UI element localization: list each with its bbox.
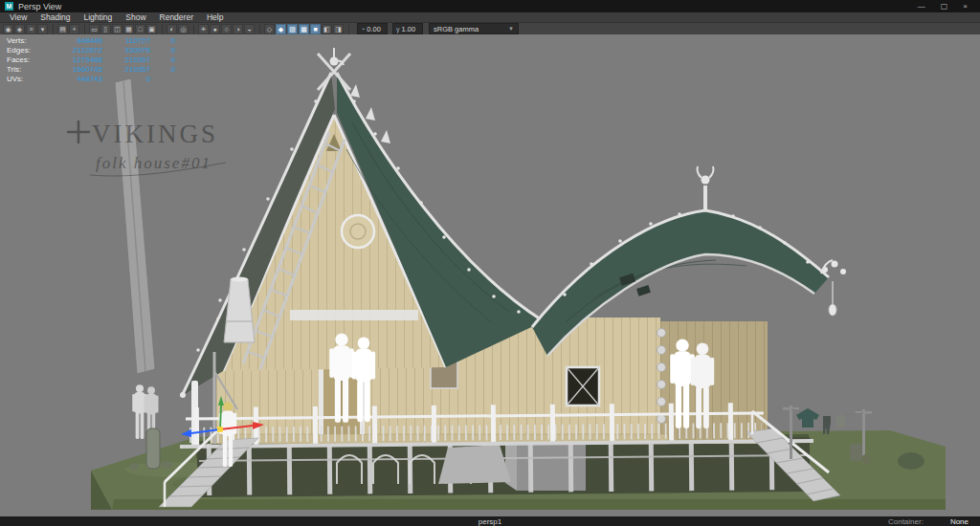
toolbar-separator	[50, 24, 54, 34]
bookmarks-icon[interactable]: ▾	[37, 24, 48, 34]
hud-c3: 0	[150, 55, 175, 65]
gate-mask-icon[interactable]: ◫	[112, 24, 122, 34]
hud-row: Faces:12754882193570	[7, 55, 175, 65]
window-titlebar[interactable]: M Persp View — ▢ ×	[0, 0, 980, 12]
use-default-material-icon[interactable]: ■	[310, 24, 321, 34]
toolbar-separator	[345, 24, 349, 34]
hud-c1: 2122672	[41, 46, 102, 55]
camera-name: persp1	[0, 517, 980, 526]
camera-attributes-icon[interactable]: ≡	[26, 24, 36, 34]
image-plane-icon[interactable]: ▤	[57, 24, 68, 34]
occlusion-icon[interactable]: ◒	[244, 24, 255, 34]
frame-selected-icon[interactable]: ◎	[178, 24, 189, 34]
perspective-viewport[interactable]: Verts:8484461107270Edges:21226723300750F…	[0, 34, 980, 516]
menu-show[interactable]: Show	[119, 12, 152, 22]
exposure-value[interactable]: 0.00	[367, 25, 381, 33]
watermark-title: VIKINGS	[92, 120, 218, 148]
toolbar-separator	[190, 24, 194, 34]
select-camera-icon[interactable]: ◉	[3, 24, 13, 34]
hud-c1: 848446	[41, 36, 102, 46]
xray-icon[interactable]: ◧	[322, 24, 332, 34]
panel-menubar: ViewShadingLightingShowRendererHelp	[0, 12, 980, 23]
maximize-button-icon[interactable]: ▢	[941, 0, 948, 12]
watermark-subtitle: folk house#01	[96, 154, 212, 172]
polycount-hud: Verts:8484461107270Edges:21226723300750F…	[7, 36, 175, 84]
hud-row: Verts:8484461107270	[7, 36, 175, 46]
viewport-3d-scene[interactable]: VIKINGS folk house#01	[0, 34, 980, 516]
menu-shading[interactable]: Shading	[33, 12, 77, 22]
hud-c3: 0	[150, 36, 175, 46]
status-bar: persp1 Container: None	[0, 516, 980, 526]
hud-label: Edges:	[7, 46, 41, 55]
isolate-select-icon[interactable]: ◨	[333, 24, 344, 34]
resolution-gate-icon[interactable]: ▯	[100, 24, 111, 34]
frame-all-icon[interactable]: ◐	[167, 24, 177, 34]
hud-c3: 0	[150, 65, 175, 75]
no-lights-icon[interactable]: ○	[221, 24, 232, 34]
film-gate-icon[interactable]: ▭	[89, 24, 100, 34]
toolbar-separator	[256, 24, 260, 34]
all-lights-icon[interactable]: ●	[210, 24, 220, 34]
round-ornament	[342, 215, 374, 248]
menu-lighting[interactable]: Lighting	[77, 12, 119, 22]
view-transform-value: sRGB gamma	[434, 25, 479, 33]
toolbar-separator	[81, 24, 85, 34]
front-steps[interactable]	[438, 445, 511, 484]
window-title: Persp View	[18, 2, 61, 11]
safe-title-icon[interactable]: ▣	[146, 24, 157, 34]
hud-c2: 330075	[102, 46, 150, 55]
panel-toolbar: ◉◈≡▾▤+▭▯◫▦□▣◐◎☀●○◑◒◇◆▨▩■◧◨ ◔ 0.00 γ 1.00…	[0, 23, 980, 34]
lock-camera-icon[interactable]: ◈	[14, 24, 25, 34]
hud-row: UVs:4487430	[7, 75, 175, 84]
default-lighting-icon[interactable]: ☀	[198, 24, 209, 34]
hud-label: UVs:	[7, 75, 41, 84]
hud-label: Verts:	[7, 36, 41, 46]
hanging-cloth	[836, 415, 845, 427]
barrel[interactable]	[850, 444, 862, 461]
hud-label: Faces:	[7, 55, 41, 65]
carved-band	[290, 310, 418, 320]
manipulator-center[interactable]	[217, 427, 223, 432]
maya-persp-view-window: M Persp View — ▢ × ViewShadingLightingSh…	[0, 0, 980, 526]
pan-zoom-icon[interactable]: +	[69, 24, 79, 34]
hud-c2: 0	[102, 75, 150, 84]
hud-c2: 110727	[102, 36, 150, 46]
hud-row: Edges:21226723300750	[7, 46, 175, 55]
exposure-icon: ◔	[361, 26, 365, 33]
view-transform-dropdown[interactable]: sRGB gamma ▼	[429, 23, 519, 34]
menu-renderer[interactable]: Renderer	[153, 12, 200, 22]
exposure-field[interactable]: ◔ 0.00	[357, 23, 388, 34]
menu-view[interactable]: View	[3, 12, 33, 22]
safe-action-icon[interactable]: □	[135, 24, 145, 34]
gamma-field[interactable]: γ 1.00	[392, 23, 423, 34]
gamma-icon: γ	[396, 26, 400, 33]
hanging-lantern	[829, 304, 836, 316]
hud-c2: 219357	[102, 65, 150, 75]
chevron-down-icon: ▼	[508, 26, 514, 32]
field-chart-icon[interactable]: ▦	[123, 24, 134, 34]
toolbar-separator	[159, 24, 163, 34]
hud-c1: 1660745	[41, 65, 102, 75]
gamma-value[interactable]: 1.00	[402, 25, 416, 33]
container-value: None	[950, 517, 969, 526]
bush	[898, 452, 924, 470]
wireframe-on-shaded-icon[interactable]: ▨	[287, 24, 298, 34]
shadows-icon[interactable]: ◑	[233, 24, 243, 34]
smooth-shade-icon[interactable]: ◆	[276, 24, 286, 34]
hud-c1: 1275488	[41, 55, 102, 65]
hud-c1: 448743	[41, 75, 102, 84]
close-button-icon[interactable]: ×	[963, 0, 968, 12]
window-frame[interactable]	[567, 367, 599, 405]
hud-label: Tris:	[7, 65, 41, 75]
hud-c2: 219357	[102, 55, 150, 65]
textured-icon[interactable]: ▩	[299, 24, 309, 34]
wireframe-icon[interactable]: ◇	[264, 24, 275, 34]
standing-stone[interactable]	[146, 428, 160, 469]
hud-row: Tris:16607452193570	[7, 65, 175, 75]
minimize-button-icon[interactable]: —	[918, 0, 925, 12]
hud-c3: 0	[150, 46, 175, 55]
maya-app-icon: M	[5, 2, 13, 11]
container-label: Container:	[888, 517, 924, 526]
hud-c3	[150, 75, 175, 84]
menu-help[interactable]: Help	[200, 12, 230, 22]
